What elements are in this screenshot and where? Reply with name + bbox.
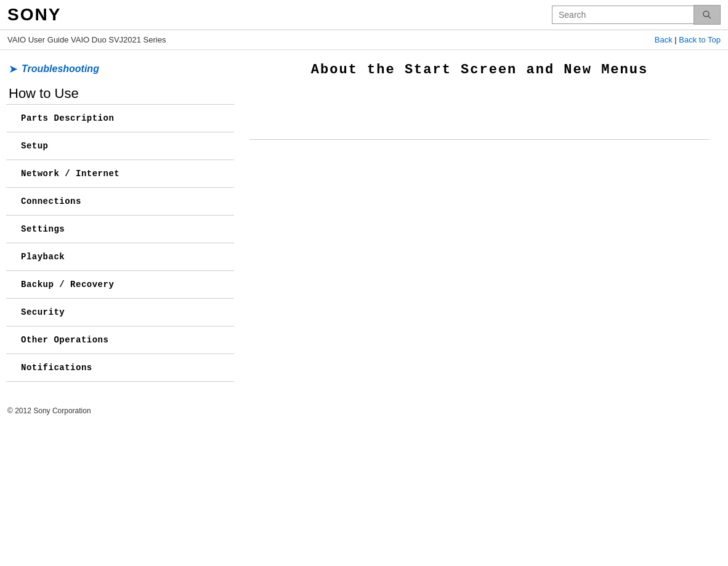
sony-logo: SONY	[7, 5, 61, 25]
back-link[interactable]: Back	[655, 35, 673, 44]
sidebar-item-backup-recovery[interactable]: Backup / Recovery	[6, 271, 231, 298]
sidebar-item-settings[interactable]: Settings	[6, 216, 231, 243]
header: SONY	[0, 0, 728, 30]
nav-bar: VAIO User Guide VAIO Duo SVJ2021 Series …	[0, 30, 728, 50]
search-icon	[702, 10, 712, 20]
search-button[interactable]	[694, 5, 721, 25]
back-to-top-link[interactable]: Back to Top	[679, 35, 721, 44]
sidebar-item-other-operations[interactable]: Other Operations	[6, 326, 231, 354]
svg-line-1	[708, 16, 711, 18]
sidebar-item-notifications[interactable]: Notifications	[6, 354, 231, 381]
copyright-text: © 2012 Sony Corporation	[7, 406, 91, 415]
footer: © 2012 Sony Corporation	[0, 394, 728, 427]
page-title: About the Start Screen and New Menus	[249, 62, 710, 78]
breadcrumb: VAIO User Guide VAIO Duo SVJ2021 Series	[7, 35, 166, 44]
content-divider	[249, 139, 710, 140]
sidebar-item-security[interactable]: Security	[6, 299, 231, 326]
sidebar-item-playback[interactable]: Playback	[6, 243, 231, 270]
svg-point-0	[703, 11, 709, 17]
nav-links: Back | Back to Top	[655, 35, 721, 44]
search-area	[552, 5, 721, 25]
sidebar-item-connections[interactable]: Connections	[6, 188, 231, 215]
sidebar: ➤ Troubleshooting How to Use Parts Descr…	[0, 50, 231, 394]
troubleshooting-section: ➤ Troubleshooting	[6, 62, 231, 76]
sidebar-item-parts-description[interactable]: Parts Description	[6, 105, 231, 132]
content-area: About the Start Screen and New Menus	[231, 50, 728, 394]
sidebar-item-setup[interactable]: Setup	[6, 132, 231, 160]
troubleshooting-arrow-icon: ➤	[9, 62, 18, 76]
search-input[interactable]	[552, 6, 694, 24]
sidebar-item-network-internet[interactable]: Network / Internet	[6, 160, 231, 187]
troubleshooting-label[interactable]: Troubleshooting	[22, 63, 99, 75]
how-to-use-heading: How to Use	[6, 86, 231, 102]
main-layout: ➤ Troubleshooting How to Use Parts Descr…	[0, 50, 728, 394]
nav-separator: |	[674, 35, 676, 44]
sidebar-divider-10	[6, 381, 234, 382]
